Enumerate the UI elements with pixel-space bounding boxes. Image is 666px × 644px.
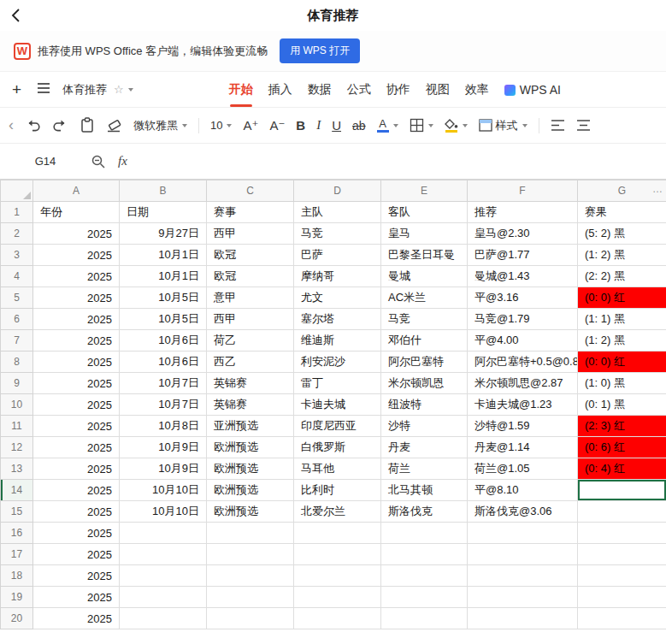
cell-date[interactable] bbox=[120, 587, 207, 608]
cell-date[interactable]: 10月8日 bbox=[120, 416, 207, 437]
tab-insert[interactable]: 插入 bbox=[268, 82, 292, 97]
cell-year[interactable]: 2025 bbox=[33, 245, 120, 266]
row-number[interactable]: 13 bbox=[1, 458, 33, 480]
row-number[interactable]: 15 bbox=[1, 501, 33, 523]
cell-result[interactable] bbox=[578, 523, 666, 544]
cell-tip[interactable]: 马竞@1.79 bbox=[468, 309, 578, 330]
cell-date[interactable]: 10月6日 bbox=[120, 330, 207, 352]
cell-result[interactable]: (1: 0) 黑 bbox=[578, 373, 666, 394]
cell-tip[interactable]: 荷兰@1.05 bbox=[468, 458, 578, 480]
cell-year[interactable]: 2025 bbox=[33, 458, 120, 480]
column-header-b[interactable]: B bbox=[120, 180, 207, 202]
row-number[interactable]: 6 bbox=[1, 309, 33, 330]
cell-style-button[interactable]: 样式 bbox=[479, 118, 527, 133]
format-eraser-icon[interactable] bbox=[106, 118, 122, 133]
cell-result[interactable] bbox=[578, 608, 666, 629]
cell-away[interactable]: 客队 bbox=[381, 202, 468, 223]
align-center-icon[interactable] bbox=[576, 119, 591, 132]
cell-away[interactable] bbox=[381, 565, 468, 587]
cell-home[interactable]: 白俄罗斯 bbox=[294, 437, 381, 458]
cell-home[interactable]: 塞尔塔 bbox=[294, 309, 381, 330]
cell-date[interactable]: 10月9日 bbox=[120, 437, 207, 458]
cell-tip[interactable]: 沙特@1.59 bbox=[468, 416, 578, 437]
fill-color-button[interactable] bbox=[445, 119, 468, 133]
row-number[interactable]: 8 bbox=[1, 352, 33, 373]
row-number[interactable]: 5 bbox=[1, 287, 33, 309]
cell-reference[interactable]: G14 bbox=[0, 155, 91, 168]
cell-year[interactable]: 2025 bbox=[33, 309, 120, 330]
cell-date[interactable]: 10月9日 bbox=[120, 458, 207, 480]
cell-result[interactable]: 赛果 bbox=[578, 202, 666, 223]
cell-date[interactable]: 10月1日 bbox=[120, 245, 207, 266]
cell-away[interactable] bbox=[381, 544, 468, 565]
cell-away[interactable]: 曼城 bbox=[381, 266, 468, 287]
cell-year[interactable]: 年份 bbox=[33, 202, 120, 223]
column-header-a[interactable]: A bbox=[33, 180, 120, 202]
cell-tip[interactable]: 曼城@1.43 bbox=[468, 266, 578, 287]
cell-result[interactable]: (1: 2) 黑 bbox=[578, 330, 666, 352]
cell-year[interactable]: 2025 bbox=[33, 480, 120, 501]
cell-league[interactable]: 欧冠 bbox=[207, 245, 294, 266]
cell-year[interactable]: 2025 bbox=[33, 544, 120, 565]
cell-home[interactable] bbox=[294, 587, 381, 608]
cell-date[interactable]: 10月1日 bbox=[120, 266, 207, 287]
cell-date[interactable]: 10月7日 bbox=[120, 373, 207, 394]
cell-result[interactable]: (2: 3) 红 bbox=[578, 416, 666, 437]
cell-year[interactable]: 2025 bbox=[33, 373, 120, 394]
cell-league[interactable]: 欧洲预选 bbox=[207, 480, 294, 501]
cell-home[interactable] bbox=[294, 608, 381, 629]
cell-league[interactable] bbox=[207, 608, 294, 629]
cell-result[interactable] bbox=[578, 501, 666, 523]
row-number[interactable]: 14 bbox=[1, 480, 33, 501]
cell-result[interactable]: (5: 2) 黑 bbox=[578, 223, 666, 245]
cell-tip[interactable] bbox=[468, 523, 578, 544]
cell-home[interactable]: 雷丁 bbox=[294, 373, 381, 394]
select-all-corner[interactable] bbox=[1, 180, 33, 202]
increase-font-button[interactable]: A⁺ bbox=[243, 118, 258, 133]
cell-home[interactable]: 比利时 bbox=[294, 480, 381, 501]
tab-formula[interactable]: 公式 bbox=[347, 82, 371, 97]
cell-year[interactable]: 2025 bbox=[33, 523, 120, 544]
cell-date[interactable]: 10月10日 bbox=[120, 501, 207, 523]
row-number[interactable]: 20 bbox=[1, 608, 33, 629]
cell-home[interactable]: 维迪斯 bbox=[294, 330, 381, 352]
new-document-icon[interactable]: + bbox=[12, 80, 21, 99]
tab-efficiency[interactable]: 效率 bbox=[465, 82, 489, 97]
font-name-select[interactable]: 微软雅黑 bbox=[133, 118, 187, 133]
cell-result[interactable]: (0: 6) 红 bbox=[578, 437, 666, 458]
row-number[interactable]: 9 bbox=[1, 373, 33, 394]
tab-view[interactable]: 视图 bbox=[426, 82, 450, 97]
cell-home[interactable]: 北爱尔兰 bbox=[294, 501, 381, 523]
row-number[interactable]: 1 bbox=[1, 202, 33, 223]
cell-tip[interactable]: 巴萨@1.77 bbox=[468, 245, 578, 266]
strikethrough-button[interactable]: ab bbox=[352, 119, 366, 133]
cell-result[interactable] bbox=[578, 480, 666, 501]
cell-year[interactable]: 2025 bbox=[33, 223, 120, 245]
row-number[interactable]: 10 bbox=[1, 394, 33, 416]
cell-date[interactable]: 10月6日 bbox=[120, 352, 207, 373]
chevron-down-icon[interactable] bbox=[128, 88, 133, 92]
cell-tip[interactable]: 丹麦@1.14 bbox=[468, 437, 578, 458]
cell-home[interactable]: 马耳他 bbox=[294, 458, 381, 480]
cell-league[interactable]: 欧冠 bbox=[207, 266, 294, 287]
border-button[interactable] bbox=[410, 118, 433, 133]
cell-tip[interactable]: 平@3.16 bbox=[468, 287, 578, 309]
row-number[interactable]: 7 bbox=[1, 330, 33, 352]
column-header-d[interactable]: D bbox=[294, 180, 381, 202]
column-header-e[interactable]: E bbox=[381, 180, 468, 202]
cell-result[interactable] bbox=[578, 544, 666, 565]
cell-league[interactable] bbox=[207, 587, 294, 608]
collapse-toolbar-icon[interactable]: ‹ bbox=[9, 116, 14, 134]
cell-league[interactable]: 亚洲预选 bbox=[207, 416, 294, 437]
cell-league[interactable]: 欧洲预选 bbox=[207, 458, 294, 480]
fx-button[interactable]: fx bbox=[118, 154, 127, 168]
cell-league[interactable] bbox=[207, 544, 294, 565]
cell-away[interactable] bbox=[381, 608, 468, 629]
cell-away[interactable]: 纽波特 bbox=[381, 394, 468, 416]
row-number[interactable]: 18 bbox=[1, 565, 33, 587]
bold-button[interactable]: B bbox=[296, 118, 305, 133]
cell-date[interactable] bbox=[120, 523, 207, 544]
cell-home[interactable]: 主队 bbox=[294, 202, 381, 223]
cell-date[interactable]: 10月5日 bbox=[120, 309, 207, 330]
cell-away[interactable]: 斯洛伐克 bbox=[381, 501, 468, 523]
